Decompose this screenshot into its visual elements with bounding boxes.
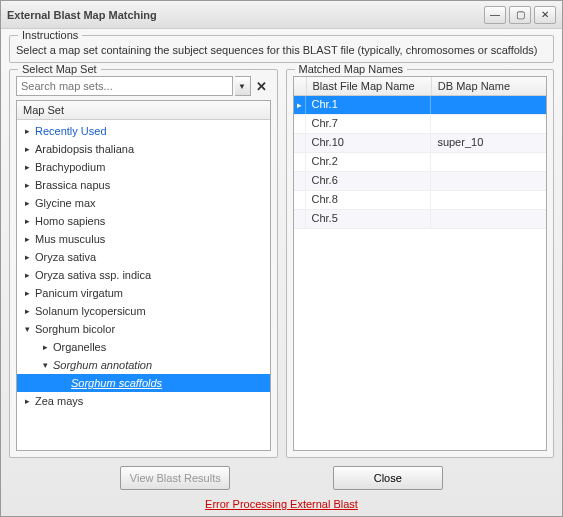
instructions-legend: Instructions xyxy=(18,29,82,41)
tree-item[interactable]: ▸Organelles xyxy=(17,338,270,356)
tree-expand-icon[interactable]: ▾ xyxy=(21,324,33,334)
tree-expand-icon[interactable]: ▾ xyxy=(39,360,51,370)
table-row[interactable]: Chr.8 xyxy=(294,191,547,210)
row-indicator-icon: ▸ xyxy=(294,96,306,114)
matched-map-names-panel: Matched Map Names Blast File Map Name DB… xyxy=(286,69,555,458)
matched-table[interactable]: Blast File Map Name DB Map Name ▸Chr.1Ch… xyxy=(293,76,548,451)
tree-item[interactable]: ▸Panicum virgatum xyxy=(17,284,270,302)
row-indicator-icon xyxy=(294,134,306,152)
tree-item[interactable]: ▸Mus musculus xyxy=(17,230,270,248)
left-column: Select Map Set ▼ ✕ Map Set ▸Recently Use… xyxy=(9,69,278,458)
table-row[interactable]: ▸Chr.1 xyxy=(294,96,547,115)
tree-expand-icon[interactable]: ▸ xyxy=(21,234,33,244)
db-cell xyxy=(431,210,546,228)
error-message[interactable]: Error Processing External Blast xyxy=(9,498,554,512)
table-row[interactable]: Chr.2 xyxy=(294,153,547,172)
tree-item[interactable]: ▾Sorghum bicolor xyxy=(17,320,270,338)
window-controls: — ▢ ✕ xyxy=(484,6,556,24)
matched-legend: Matched Map Names xyxy=(295,63,408,75)
close-button[interactable]: Close xyxy=(333,466,443,490)
tree-item[interactable]: ▸Brachypodium xyxy=(17,158,270,176)
tree-expand-icon[interactable]: ▸ xyxy=(21,288,33,298)
table-row[interactable]: Chr.5 xyxy=(294,210,547,229)
db-column-header[interactable]: DB Map Name xyxy=(432,77,546,95)
row-indicator-icon xyxy=(294,210,306,228)
search-input[interactable] xyxy=(16,76,233,96)
maximize-icon: ▢ xyxy=(516,9,525,20)
dialog-window: External Blast Map Matching — ▢ ✕ Instru… xyxy=(0,0,563,517)
row-indicator-icon xyxy=(294,115,306,133)
row-indicator-icon xyxy=(294,172,306,190)
tree-expand-icon[interactable]: ▸ xyxy=(21,396,33,406)
instructions-panel: Instructions Select a map set containing… xyxy=(9,35,554,63)
minimize-button[interactable]: — xyxy=(484,6,506,24)
tree-item-label: Solanum lycopersicum xyxy=(33,305,146,317)
tree-item-label: Panicum virgatum xyxy=(33,287,123,299)
tree-expand-icon[interactable]: ▸ xyxy=(21,198,33,208)
tree-expand-icon[interactable]: ▸ xyxy=(21,306,33,316)
close-icon: ✕ xyxy=(541,9,549,20)
table-body: ▸Chr.1Chr.7Chr.10super_10Chr.2Chr.6Chr.8… xyxy=(294,96,547,229)
blast-column-header[interactable]: Blast File Map Name xyxy=(307,77,432,95)
map-set-tree[interactable]: Map Set ▸Recently Used▸Arabidopsis thali… xyxy=(16,100,271,451)
blast-cell: Chr.1 xyxy=(306,96,432,114)
tree-expand-icon[interactable]: ▸ xyxy=(21,252,33,262)
tree-item[interactable]: ▸Homo sapiens xyxy=(17,212,270,230)
tree-item-label: Oryza sativa xyxy=(33,251,96,263)
table-row[interactable]: Chr.7 xyxy=(294,115,547,134)
table-row[interactable]: Chr.6 xyxy=(294,172,547,191)
tree-item[interactable]: ▸Oryza sativa ssp. indica xyxy=(17,266,270,284)
tree-item-label: Arabidopsis thaliana xyxy=(33,143,134,155)
maximize-button[interactable]: ▢ xyxy=(509,6,531,24)
titlebar: External Blast Map Matching — ▢ ✕ xyxy=(1,1,562,29)
close-window-button[interactable]: ✕ xyxy=(534,6,556,24)
tree-item-label: Brachypodium xyxy=(33,161,105,173)
right-column: Matched Map Names Blast File Map Name DB… xyxy=(286,69,555,458)
tree-expand-icon[interactable]: ▸ xyxy=(21,126,33,136)
tree-item-label: Mus musculus xyxy=(33,233,105,245)
tree-item[interactable]: ▸Brassica napus xyxy=(17,176,270,194)
tree-item[interactable]: ▸Zea mays xyxy=(17,392,270,410)
clear-icon: ✕ xyxy=(256,79,267,94)
instructions-text: Select a map set containing the subject … xyxy=(16,42,547,56)
footer-buttons: View Blast Results Close xyxy=(9,464,554,492)
tree-item[interactable]: ▸Oryza sativa xyxy=(17,248,270,266)
search-row: ▼ ✕ xyxy=(16,76,271,96)
tree-item[interactable]: ▸Solanum lycopersicum xyxy=(17,302,270,320)
tree-item-label: Brassica napus xyxy=(33,179,110,191)
tree-expand-icon[interactable]: ▸ xyxy=(21,144,33,154)
select-map-set-panel: Select Map Set ▼ ✕ Map Set ▸Recently Use… xyxy=(9,69,278,458)
tree-expand-icon[interactable]: ▸ xyxy=(21,162,33,172)
tree-expand-icon[interactable]: ▸ xyxy=(21,270,33,280)
blast-cell: Chr.2 xyxy=(306,153,432,171)
select-map-set-legend: Select Map Set xyxy=(18,63,101,75)
blast-cell: Chr.10 xyxy=(306,134,432,152)
tree-item-label: Zea mays xyxy=(33,395,83,407)
tree-item-label: Recently Used xyxy=(33,125,107,137)
tree-item[interactable]: ▸Recently Used xyxy=(17,122,270,140)
tree-item-label: Sorghum annotation xyxy=(51,359,152,371)
tree-item[interactable]: ▸Arabidopsis thaliana xyxy=(17,140,270,158)
chevron-down-icon: ▼ xyxy=(238,82,246,91)
tree-expand-icon[interactable]: ▸ xyxy=(21,180,33,190)
db-cell xyxy=(431,115,546,133)
row-indicator-icon xyxy=(294,191,306,209)
search-dropdown-button[interactable]: ▼ xyxy=(235,76,251,96)
tree-expand-icon[interactable]: ▸ xyxy=(21,216,33,226)
tree-expand-icon[interactable]: ▸ xyxy=(39,342,51,352)
row-indicator-header xyxy=(294,77,307,95)
columns: Select Map Set ▼ ✕ Map Set ▸Recently Use… xyxy=(9,69,554,458)
dialog-body: Instructions Select a map set containing… xyxy=(1,29,562,516)
table-row[interactable]: Chr.10super_10 xyxy=(294,134,547,153)
blast-cell: Chr.7 xyxy=(306,115,432,133)
window-title: External Blast Map Matching xyxy=(7,9,484,21)
tree-item[interactable]: ▾Sorghum annotation xyxy=(17,356,270,374)
db-cell xyxy=(431,153,546,171)
tree-item-label: Homo sapiens xyxy=(33,215,105,227)
tree-item[interactable]: Sorghum scaffolds xyxy=(17,374,270,392)
blast-cell: Chr.8 xyxy=(306,191,432,209)
tree-item[interactable]: ▸Glycine max xyxy=(17,194,270,212)
tree-item-label: Sorghum scaffolds xyxy=(69,377,162,389)
view-blast-results-button[interactable]: View Blast Results xyxy=(120,466,230,490)
search-clear-button[interactable]: ✕ xyxy=(253,76,271,96)
